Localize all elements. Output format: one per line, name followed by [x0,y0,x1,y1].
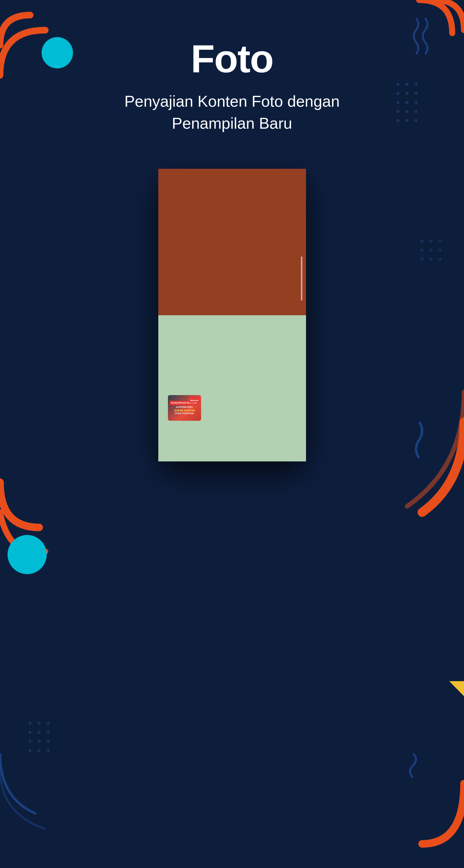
phone-scrollbar [301,256,302,301]
svg-point-34 [430,249,433,252]
svg-point-35 [439,249,442,252]
news-list: FOTO 2 Menit Lalu RSUD di Lokasi Calon I… [164,319,301,425]
svg-point-16 [7,535,47,574]
svg-point-38 [439,258,442,261]
header-section: Foto Penyajian Konten Foto denganPenampi… [0,0,464,134]
svg-point-20 [29,731,32,734]
svg-point-26 [29,749,32,752]
news-item-2[interactable]: FOTO 3 Menit Lalu Bendera Merah Putih Ra… [164,355,301,391]
svg-marker-29 [449,681,464,696]
svg-point-27 [38,749,41,752]
svg-point-24 [38,740,41,743]
thumb-bendera-image [168,360,201,385]
svg-point-32 [439,240,442,243]
svg-point-25 [47,740,50,743]
news-thumb-3: KUALIFIKASI MOTOGP AUSTRIA 2021 JORGE MA… [168,395,201,421]
svg-point-21 [38,731,41,734]
page-title: Foto [0,36,464,82]
svg-point-31 [430,240,433,243]
svg-point-33 [421,249,424,252]
svg-point-22 [47,731,50,734]
motogp-line2: AUSTRIA 2021 [176,406,193,409]
motogp-line3: JORGE MARTIN [174,409,195,412]
svg-point-30 [421,240,424,243]
motogp-line4: POLE POSITION [175,412,193,415]
page-subtitle: Penyajian Konten Foto denganPenampilan B… [0,90,464,134]
svg-point-37 [430,258,433,261]
svg-point-23 [29,740,32,743]
svg-point-17 [29,722,32,725]
phone-screen: 11:11 ▼▲ ▮ ☰ FOTO 🔍 ⊞ TERKINI Bersatu Ha… [164,185,301,456]
svg-point-36 [421,258,424,261]
news-thumb-2 [168,360,201,385]
thumb-motogp-image: KUALIFIKASI MOTOGP AUSTRIA 2021 JORGE MA… [168,395,201,421]
svg-point-19 [47,722,50,725]
phone-mockup: 11:11 ▼▲ ▮ ☰ FOTO 🔍 ⊞ TERKINI Bersatu Ha… [158,169,306,461]
phone-frame: 11:11 ▼▲ ▮ ☰ FOTO 🔍 ⊞ TERKINI Bersatu Ha… [158,169,306,461]
svg-point-28 [47,749,50,752]
svg-point-18 [38,722,41,725]
